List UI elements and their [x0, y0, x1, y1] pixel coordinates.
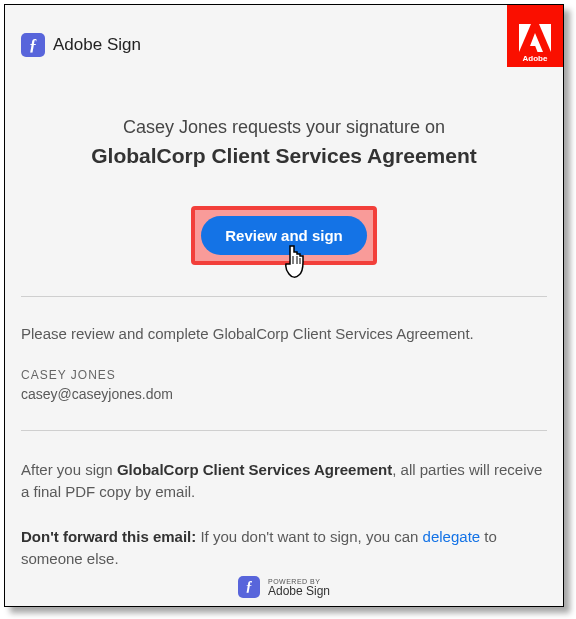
powered-bottom: Adobe Sign [268, 585, 330, 597]
adobe-sign-icon: ƒ [238, 576, 260, 598]
divider [21, 296, 547, 297]
adobe-logo: Adobe [507, 5, 563, 67]
document-title: GlobalCorp Client Services Agreement [25, 144, 543, 168]
dont-forward-block: Don't forward this email: If you don't w… [5, 504, 563, 571]
svg-marker-0 [519, 24, 531, 52]
svg-marker-2 [530, 33, 543, 52]
after-sign-doc: GlobalCorp Client Services Agreement [117, 461, 392, 478]
after-sign-text: After you sign GlobalCorp Client Service… [5, 441, 563, 504]
header: ƒ Adobe Sign Adobe [5, 5, 563, 71]
delegate-link[interactable]: delegate [423, 528, 481, 545]
powered-text: POWERED BY Adobe Sign [268, 578, 330, 597]
adobe-word: Adobe [523, 54, 548, 63]
powered-by: ƒ POWERED BY Adobe Sign [5, 576, 563, 598]
cta-area: Review and sign [5, 206, 563, 286]
hero: Casey Jones requests your signature on G… [5, 71, 563, 186]
dont-forward-label: Don't forward this email: [21, 528, 196, 545]
dont-forward-before: If you don't want to sign, you can [196, 528, 422, 545]
adobe-a-icon [519, 24, 551, 52]
review-and-sign-button[interactable]: Review and sign [201, 216, 367, 255]
email-card: ƒ Adobe Sign Adobe Casey Jones requests … [4, 4, 564, 607]
brand-name: Adobe Sign [53, 35, 141, 55]
sender-email: casey@caseyjones.dom [5, 382, 563, 420]
instruction-text: Please review and complete GlobalCorp Cl… [5, 307, 563, 346]
sender-name: CASEY JONES [5, 346, 563, 382]
after-sign-prefix: After you sign [21, 461, 117, 478]
highlight-box: Review and sign [191, 206, 377, 265]
adobe-sign-icon: ƒ [21, 33, 45, 57]
brand: ƒ Adobe Sign [21, 33, 141, 57]
request-line: Casey Jones requests your signature on [25, 117, 543, 138]
divider [21, 430, 547, 431]
